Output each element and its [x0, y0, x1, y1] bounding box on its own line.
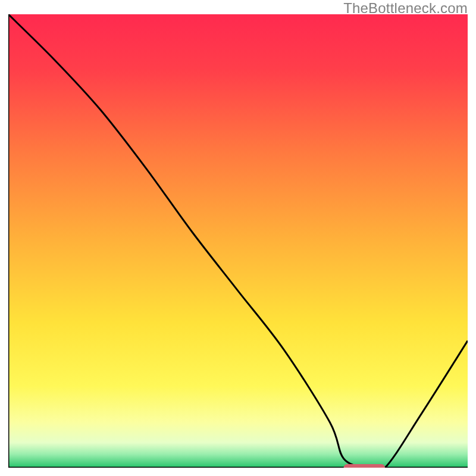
plot-area — [8, 14, 468, 468]
optimal-range-marker — [344, 464, 385, 468]
bottleneck-chart: TheBottleneck.com — [0, 0, 476, 476]
gradient-background — [8, 14, 468, 468]
chart-svg — [8, 14, 468, 468]
